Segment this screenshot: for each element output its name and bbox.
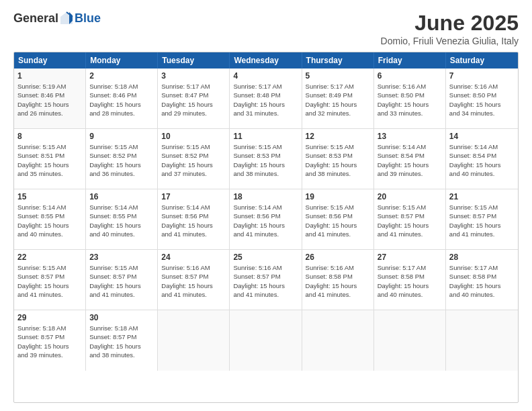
day-cell-1-6: 14Sunrise: 5:14 AM Sunset: 8:54 PM Dayli… xyxy=(446,129,518,189)
day-info: Sunrise: 5:14 AM Sunset: 8:56 PM Dayligh… xyxy=(233,203,298,238)
day-number: 22 xyxy=(17,253,82,262)
day-number: 29 xyxy=(17,313,82,322)
header-thursday: Thursday xyxy=(302,52,374,68)
logo-icon xyxy=(59,11,74,26)
day-info: Sunrise: 5:14 AM Sunset: 8:55 PM Dayligh… xyxy=(17,203,82,238)
day-number: 17 xyxy=(161,192,226,201)
day-info: Sunrise: 5:15 AM Sunset: 8:57 PM Dayligh… xyxy=(449,203,515,238)
day-cell-3-5: 27Sunrise: 5:17 AM Sunset: 8:58 PM Dayli… xyxy=(374,250,446,310)
day-cell-0-6: 7Sunrise: 5:16 AM Sunset: 8:50 PM Daylig… xyxy=(446,68,518,128)
day-cell-4-1: 30Sunrise: 5:18 AM Sunset: 8:57 PM Dayli… xyxy=(86,310,158,371)
day-number: 30 xyxy=(89,313,154,322)
day-number: 18 xyxy=(233,192,298,201)
header-friday: Friday xyxy=(374,52,446,68)
day-number: 19 xyxy=(306,192,370,201)
week-row-5: 29Sunrise: 5:18 AM Sunset: 8:57 PM Dayli… xyxy=(14,310,518,371)
day-number: 27 xyxy=(378,253,442,262)
title-area: June 2025 Domio, Friuli Venezia Giulia, … xyxy=(381,11,519,46)
day-cell-1-2: 10Sunrise: 5:15 AM Sunset: 8:52 PM Dayli… xyxy=(158,129,230,189)
day-cell-1-4: 12Sunrise: 5:15 AM Sunset: 8:53 PM Dayli… xyxy=(302,129,374,189)
day-number: 7 xyxy=(449,71,515,81)
day-info: Sunrise: 5:14 AM Sunset: 8:56 PM Dayligh… xyxy=(161,203,226,238)
calendar-header: Sunday Monday Tuesday Wednesday Thursday… xyxy=(14,52,518,68)
day-number: 24 xyxy=(161,253,226,262)
week-row-2: 8Sunrise: 5:15 AM Sunset: 8:51 PM Daylig… xyxy=(14,129,518,189)
page: General Blue June 2025 Domio, Friuli Ven… xyxy=(0,0,532,411)
day-number: 21 xyxy=(449,192,515,201)
header: General Blue June 2025 Domio, Friuli Ven… xyxy=(13,11,519,46)
day-cell-3-3: 25Sunrise: 5:16 AM Sunset: 8:57 PM Dayli… xyxy=(230,250,302,310)
logo-blue: Blue xyxy=(75,11,101,26)
day-cell-2-3: 18Sunrise: 5:14 AM Sunset: 8:56 PM Dayli… xyxy=(230,189,302,249)
day-info: Sunrise: 5:17 AM Sunset: 8:49 PM Dayligh… xyxy=(306,82,370,118)
day-info: Sunrise: 5:16 AM Sunset: 8:58 PM Dayligh… xyxy=(306,263,370,299)
day-cell-2-2: 17Sunrise: 5:14 AM Sunset: 8:56 PM Dayli… xyxy=(158,189,230,249)
day-info: Sunrise: 5:17 AM Sunset: 8:48 PM Dayligh… xyxy=(233,82,298,118)
day-number: 25 xyxy=(233,253,298,262)
day-number: 23 xyxy=(89,253,154,262)
day-cell-4-2 xyxy=(158,310,230,371)
day-number: 2 xyxy=(89,71,154,81)
day-info: Sunrise: 5:15 AM Sunset: 8:53 PM Dayligh… xyxy=(233,142,298,178)
day-number: 1 xyxy=(17,71,82,81)
week-row-1: 1Sunrise: 5:19 AM Sunset: 8:46 PM Daylig… xyxy=(14,68,518,129)
day-cell-0-3: 4Sunrise: 5:17 AM Sunset: 8:48 PM Daylig… xyxy=(230,68,302,128)
day-cell-3-6: 28Sunrise: 5:17 AM Sunset: 8:58 PM Dayli… xyxy=(446,250,518,310)
day-info: Sunrise: 5:15 AM Sunset: 8:56 PM Dayligh… xyxy=(306,203,370,238)
day-info: Sunrise: 5:18 AM Sunset: 8:57 PM Dayligh… xyxy=(89,324,154,359)
subtitle: Domio, Friuli Venezia Giulia, Italy xyxy=(381,36,519,46)
header-sunday: Sunday xyxy=(14,52,86,68)
day-cell-1-3: 11Sunrise: 5:15 AM Sunset: 8:53 PM Dayli… xyxy=(230,129,302,189)
day-info: Sunrise: 5:17 AM Sunset: 8:58 PM Dayligh… xyxy=(449,263,515,299)
day-cell-0-1: 2Sunrise: 5:18 AM Sunset: 8:46 PM Daylig… xyxy=(86,68,158,128)
logo-general: General xyxy=(13,11,58,26)
day-cell-4-3 xyxy=(230,310,302,371)
header-monday: Monday xyxy=(86,52,158,68)
day-cell-4-6 xyxy=(446,310,518,371)
day-cell-0-2: 3Sunrise: 5:17 AM Sunset: 8:47 PM Daylig… xyxy=(158,68,230,128)
day-cell-4-4 xyxy=(302,310,374,371)
day-cell-3-2: 24Sunrise: 5:16 AM Sunset: 8:57 PM Dayli… xyxy=(158,250,230,310)
day-number: 4 xyxy=(233,71,298,81)
logo: General Blue xyxy=(13,11,101,26)
day-cell-2-0: 15Sunrise: 5:14 AM Sunset: 8:55 PM Dayli… xyxy=(14,189,86,249)
day-info: Sunrise: 5:19 AM Sunset: 8:46 PM Dayligh… xyxy=(17,82,82,118)
day-info: Sunrise: 5:16 AM Sunset: 8:50 PM Dayligh… xyxy=(449,82,515,118)
day-number: 14 xyxy=(449,132,515,141)
day-number: 3 xyxy=(161,71,226,81)
day-info: Sunrise: 5:16 AM Sunset: 8:50 PM Dayligh… xyxy=(378,82,442,118)
day-number: 10 xyxy=(161,132,226,141)
day-number: 8 xyxy=(17,132,82,141)
day-number: 11 xyxy=(233,132,298,141)
day-info: Sunrise: 5:14 AM Sunset: 8:55 PM Dayligh… xyxy=(89,203,154,238)
day-info: Sunrise: 5:15 AM Sunset: 8:57 PM Dayligh… xyxy=(89,263,154,299)
day-info: Sunrise: 5:15 AM Sunset: 8:57 PM Dayligh… xyxy=(378,203,442,238)
day-number: 12 xyxy=(306,132,370,141)
header-wednesday: Wednesday xyxy=(230,52,302,68)
day-info: Sunrise: 5:15 AM Sunset: 8:52 PM Dayligh… xyxy=(89,142,154,178)
day-number: 13 xyxy=(378,132,442,141)
day-cell-0-4: 5Sunrise: 5:17 AM Sunset: 8:49 PM Daylig… xyxy=(302,68,374,128)
day-info: Sunrise: 5:17 AM Sunset: 8:58 PM Dayligh… xyxy=(378,263,442,299)
week-row-3: 15Sunrise: 5:14 AM Sunset: 8:55 PM Dayli… xyxy=(14,189,518,250)
day-info: Sunrise: 5:15 AM Sunset: 8:53 PM Dayligh… xyxy=(306,142,370,178)
day-cell-3-4: 26Sunrise: 5:16 AM Sunset: 8:58 PM Dayli… xyxy=(302,250,374,310)
day-cell-2-6: 21Sunrise: 5:15 AM Sunset: 8:57 PM Dayli… xyxy=(446,189,518,249)
day-info: Sunrise: 5:15 AM Sunset: 8:51 PM Dayligh… xyxy=(17,142,82,178)
day-number: 15 xyxy=(17,192,82,201)
day-info: Sunrise: 5:15 AM Sunset: 8:52 PM Dayligh… xyxy=(161,142,226,178)
calendar-body: 1Sunrise: 5:19 AM Sunset: 8:46 PM Daylig… xyxy=(14,68,518,371)
calendar: Sunday Monday Tuesday Wednesday Thursday… xyxy=(13,52,519,403)
day-cell-3-1: 23Sunrise: 5:15 AM Sunset: 8:57 PM Dayli… xyxy=(86,250,158,310)
week-row-4: 22Sunrise: 5:15 AM Sunset: 8:57 PM Dayli… xyxy=(14,250,518,310)
day-info: Sunrise: 5:15 AM Sunset: 8:57 PM Dayligh… xyxy=(17,263,82,299)
day-cell-2-4: 19Sunrise: 5:15 AM Sunset: 8:56 PM Dayli… xyxy=(302,189,374,249)
day-cell-3-0: 22Sunrise: 5:15 AM Sunset: 8:57 PM Dayli… xyxy=(14,250,86,310)
day-info: Sunrise: 5:18 AM Sunset: 8:46 PM Dayligh… xyxy=(89,82,154,118)
day-number: 20 xyxy=(378,192,442,201)
header-saturday: Saturday xyxy=(446,52,518,68)
day-cell-0-0: 1Sunrise: 5:19 AM Sunset: 8:46 PM Daylig… xyxy=(14,68,86,128)
day-number: 26 xyxy=(306,253,370,262)
day-info: Sunrise: 5:16 AM Sunset: 8:57 PM Dayligh… xyxy=(161,263,226,299)
day-info: Sunrise: 5:14 AM Sunset: 8:54 PM Dayligh… xyxy=(378,142,442,178)
